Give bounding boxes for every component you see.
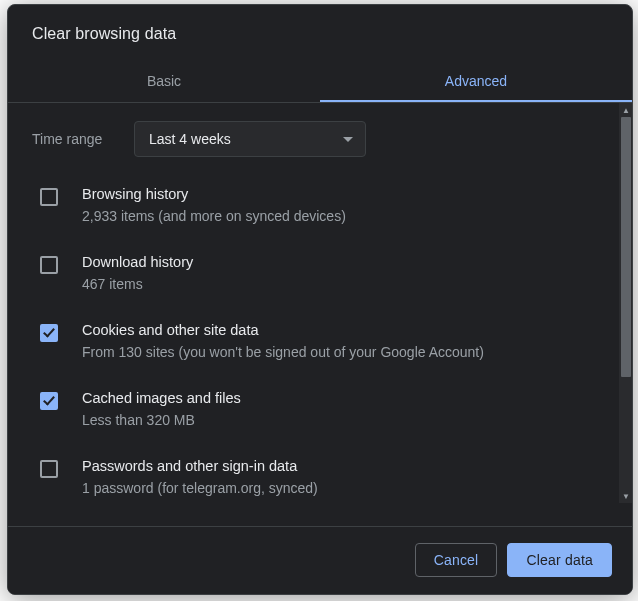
checkbox-browsing-history[interactable] xyxy=(40,188,58,206)
scrollbar[interactable]: ▲ ▼ xyxy=(618,103,632,503)
time-range-select[interactable]: Last 4 weeks xyxy=(134,121,366,157)
scrollable-content[interactable]: Time range Last 4 weeks Browsing history… xyxy=(8,103,618,503)
scrollbar-thumb[interactable] xyxy=(621,117,631,377)
item-subtitle: Less than 320 MB xyxy=(82,410,241,430)
tab-basic[interactable]: Basic xyxy=(8,61,320,102)
list-item: Download history 467 items xyxy=(32,239,610,307)
list-item: Passwords and other sign-in data 1 passw… xyxy=(32,443,610,503)
item-texts: Passwords and other sign-in data 1 passw… xyxy=(82,456,318,498)
checkbox-download-history[interactable] xyxy=(40,256,58,274)
item-subtitle: 1 password (for telegram.org, synced) xyxy=(82,478,318,498)
time-range-label: Time range xyxy=(32,131,134,147)
scroll-up-icon[interactable]: ▲ xyxy=(619,103,633,117)
item-subtitle: From 130 sites (you won't be signed out … xyxy=(82,342,484,362)
checkbox-cookies[interactable] xyxy=(40,324,58,342)
tab-advanced[interactable]: Advanced xyxy=(320,61,632,102)
list-item: Browsing history 2,933 items (and more o… xyxy=(32,171,610,239)
dialog-title: Clear browsing data xyxy=(32,25,608,43)
list-item: Cached images and files Less than 320 MB xyxy=(32,375,610,443)
item-texts: Browsing history 2,933 items (and more o… xyxy=(82,184,346,226)
item-title: Browsing history xyxy=(82,184,346,204)
tabs: Basic Advanced xyxy=(8,61,632,102)
item-subtitle: 2,933 items (and more on synced devices) xyxy=(82,206,346,226)
item-texts: Cached images and files Less than 320 MB xyxy=(82,388,241,430)
dialog-header: Clear browsing data xyxy=(8,5,632,47)
time-range-value: Last 4 weeks xyxy=(149,131,231,147)
item-title: Download history xyxy=(82,252,193,272)
item-title: Cookies and other site data xyxy=(82,320,484,340)
time-range-row: Time range Last 4 weeks xyxy=(32,121,610,157)
content-area: Time range Last 4 weeks Browsing history… xyxy=(8,103,632,503)
item-subtitle: 467 items xyxy=(82,274,193,294)
cancel-button[interactable]: Cancel xyxy=(415,543,498,577)
clear-browsing-data-dialog: Clear browsing data Basic Advanced Time … xyxy=(7,4,633,595)
list-item: Cookies and other site data From 130 sit… xyxy=(32,307,610,375)
checkbox-cached-images[interactable] xyxy=(40,392,58,410)
checkbox-passwords[interactable] xyxy=(40,460,58,478)
scroll-down-icon[interactable]: ▼ xyxy=(619,489,633,503)
item-title: Passwords and other sign-in data xyxy=(82,456,318,476)
item-texts: Cookies and other site data From 130 sit… xyxy=(82,320,484,362)
clear-data-button[interactable]: Clear data xyxy=(507,543,612,577)
dialog-footer: Cancel Clear data xyxy=(8,526,632,594)
item-texts: Download history 467 items xyxy=(82,252,193,294)
item-title: Cached images and files xyxy=(82,388,241,408)
chevron-down-icon xyxy=(343,137,353,142)
